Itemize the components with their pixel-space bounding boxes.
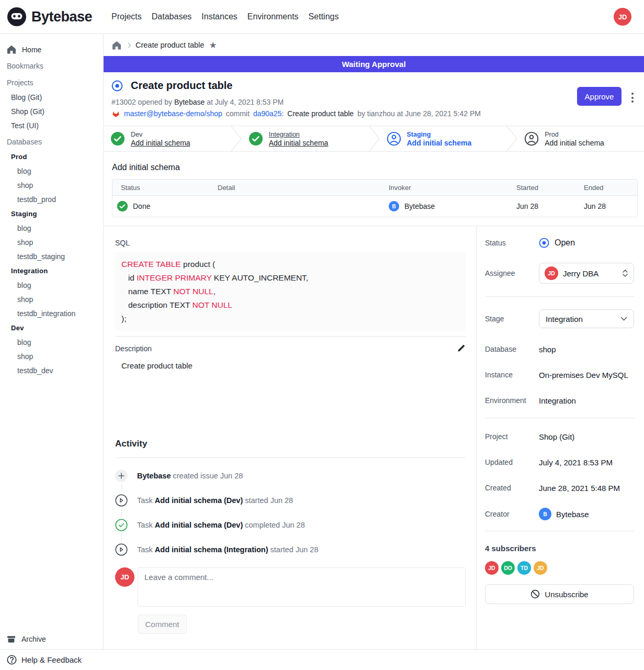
sidebar-db-staging-testdb-staging[interactable]: testdb_staging [7,249,99,263]
sidebar-env-integration[interactable]: Integration [7,264,99,278]
activity-event-text: Task Add initial schema (Integration) st… [137,545,318,554]
project-value[interactable]: Shop (Git) [539,432,574,441]
sidebar-spacer [7,377,99,632]
play-circle-icon [115,494,128,507]
comment-input[interactable] [138,567,466,607]
comment-button[interactable]: Comment [138,615,187,634]
pipeline-stage-dev[interactable]: DevAdd initial schema [104,126,230,151]
sidebar-db-prod-blog[interactable]: blog [7,164,99,178]
assignee-avatar: JD [545,266,558,280]
pipeline-stage-staging[interactable]: StagingAdd initial schema [380,126,506,151]
chevron-down-icon [620,317,627,321]
archive-icon [7,635,16,643]
sidebar-db-staging-shop[interactable]: shop [7,235,99,249]
breadcrumb: Create product table ★ [104,34,644,56]
sidebar-header-databases: Databases [7,134,99,149]
sidebar-db-prod-testdb-prod[interactable]: testdb_prod [7,192,99,206]
updated-label: Updated [485,458,539,466]
column-header-started: Started [516,184,584,192]
breadcrumb-home-icon[interactable] [112,41,121,50]
sidebar-db-dev-testdb-dev[interactable]: testdb_dev [7,363,99,377]
issue-more-menu-icon[interactable] [630,92,635,104]
issue-title: Create product table [131,80,232,92]
stage-labels: IntegrationAdd initial schema [269,130,329,148]
sidebar-env-dev[interactable]: Dev [7,321,99,335]
stage-select[interactable]: Integration [539,309,634,328]
stage-labels: DevAdd initial schema [131,130,190,148]
sidebar-item-home[interactable]: Home [7,42,99,57]
sidebar-db-dev-blog[interactable]: blog [7,335,99,349]
sidebar-item-test-ui[interactable]: Test (UI) [7,118,99,132]
approve-button[interactable]: Approve [577,87,622,106]
assignee-name: Jerry DBA [563,269,598,278]
issue-header: Create product table #13002 opened by By… [104,72,644,126]
divider [485,531,634,531]
user-avatar[interactable]: JD [614,8,631,26]
sidebar-db-integration-testdb-integration[interactable]: testdb_integration [7,306,99,320]
help-feedback-label: Help & Feedback [21,655,82,664]
task-table-header: StatusDetailInvokerStartedEnded [112,180,637,196]
issue-meta-prefix: #13002 opened by [111,98,172,106]
bytebase-logo-icon [7,7,27,27]
breadcrumb-title[interactable]: Create product table [135,41,204,49]
task-done-check-icon [117,200,128,212]
stage-env-label: Staging [407,130,472,139]
bookmark-star-icon[interactable]: ★ [209,41,217,50]
subscriber-avatars: JDDOTDJD [485,561,634,575]
sidebar-db-integration-shop[interactable]: shop [7,292,99,306]
divider [115,457,466,458]
brand-name: Bytebase [31,9,92,25]
sidebar-db-staging-blog[interactable]: blog [7,221,99,235]
brand[interactable]: Bytebase [7,7,110,27]
activity-event: Task Add initial schema (Integration) st… [115,543,466,556]
nav-item-projects[interactable]: Projects [111,10,142,24]
vcs-branch-link[interactable]: master@bytebase-demo/shop [124,109,222,118]
assignee-label: Assignee [485,269,539,277]
activity-event-text: Task Add initial schema (Dev) completed … [137,521,305,529]
vcs-commit-hash-link[interactable]: da90a25: [253,109,284,118]
description-label: Description [115,344,152,353]
nav-item-instances[interactable]: Instances [201,10,237,24]
help-feedback-bar[interactable]: Help & Feedback [0,649,644,670]
check-circle-icon [248,131,263,146]
sidebar-item-bookmarks[interactable]: Bookmarks [7,58,99,73]
pipeline-stage-integration[interactable]: IntegrationAdd initial schema [242,126,368,151]
assignee-select[interactable]: JD Jerry DBA [539,263,634,284]
task-table-row[interactable]: Done B Bytebase Jun 28 Jun 28 [112,196,637,217]
sidebar-db-dev-shop[interactable]: shop [7,349,99,363]
help-icon [7,655,17,665]
stage-env-label: Dev [131,130,190,139]
updated-value: July 4, 2021 8:53 PM [539,458,613,467]
nav-item-databases[interactable]: Databases [152,10,192,24]
issue-meta: #13002 opened by Bytebase at July 4, 202… [111,98,636,106]
vcs-commit-message: Create product table [287,109,354,118]
database-value[interactable]: shop [539,345,556,354]
sidebar-db-integration-blog[interactable]: blog [7,278,99,292]
nav-item-environments[interactable]: Environments [247,10,299,24]
edit-pencil-icon[interactable] [457,344,466,353]
sql-label: SQL [115,239,466,247]
pipeline-stage-prod[interactable]: ProdAdd initial schema [517,126,644,151]
sql-line: CREATE TABLE product ( [121,258,459,271]
subscribers-title: 4 subscribers [485,544,634,553]
sidebar-env-prod[interactable]: Prod [7,150,99,164]
sidebar-item-shop-git[interactable]: Shop (Git) [7,104,99,118]
task-section: Add initial schema StatusDetailInvokerSt… [104,152,644,226]
sidebar-item-blog-git[interactable]: Blog (Git) [7,90,99,104]
subscriber-avatar-jd: JD [534,561,547,575]
app: Bytebase ProjectsDatabasesInstancesEnvir… [0,0,644,670]
nav-item-settings[interactable]: Settings [309,10,339,24]
sidebar-env-staging[interactable]: Staging [7,207,99,221]
status-value: Open [555,238,575,248]
unsubscribe-button[interactable]: Unsubscribe [485,584,634,604]
environment-value[interactable]: Integration [539,396,576,405]
check-circle-icon [110,131,125,146]
sidebar-item-archive[interactable]: Archive [7,632,99,646]
sidebar-db-prod-shop[interactable]: shop [7,178,99,192]
stage-value: Integration [546,315,583,323]
ban-icon [530,589,540,599]
task-section-title: Add initial schema [112,163,638,172]
activity-event: Task Add initial schema (Dev) started Ju… [115,494,466,507]
timeline-connector [121,484,122,492]
instance-value[interactable]: On-premises Dev MySQL [539,371,628,379]
